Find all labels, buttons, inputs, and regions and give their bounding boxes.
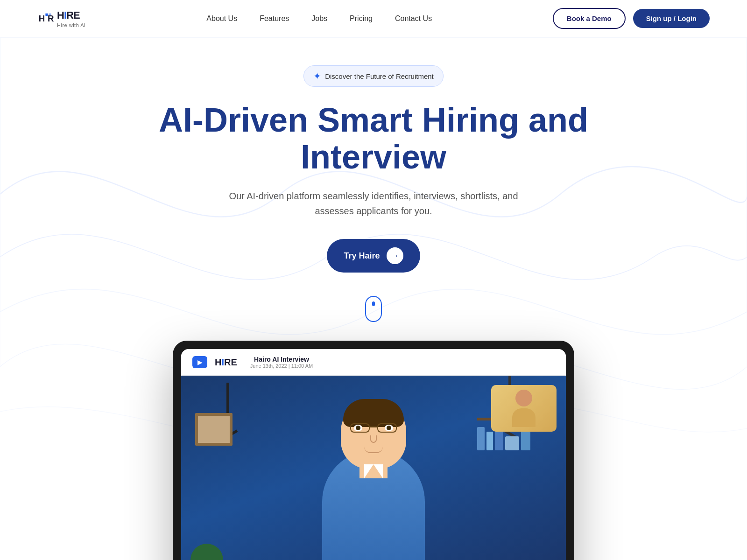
ai-glasses-bridge xyxy=(370,427,377,427)
nav-link-pricing[interactable]: Pricing xyxy=(350,14,373,22)
nav-link-features[interactable]: Features xyxy=(260,14,289,22)
hero-title: AI-Driven Smart Hiring and Interview xyxy=(140,102,607,175)
tablet-logo: HIRE xyxy=(215,357,237,368)
nav-item-features[interactable]: Features xyxy=(260,14,289,23)
logo-tagline: Hire with AI xyxy=(57,22,86,28)
ai-nose xyxy=(370,435,377,443)
tablet-outer: ▶ HIRE Hairo AI Interview June 13th, 202… xyxy=(173,341,574,560)
navbar: H RE HIRE Hire with AI About Us Features… xyxy=(0,0,747,37)
svg-text:H: H xyxy=(39,14,45,23)
ai-head xyxy=(341,399,406,469)
nav-item-pricing[interactable]: Pricing xyxy=(350,14,373,23)
hero-subtitle: Our AI-driven platform seamlessly identi… xyxy=(210,189,537,218)
hero-section: ✦ Discover the Future of Recruitment AI-… xyxy=(0,37,747,560)
video-area xyxy=(181,376,566,560)
book-demo-button[interactable]: Book a Demo xyxy=(553,8,626,29)
picture-frame xyxy=(195,413,233,446)
logo: H RE HIRE Hire with AI xyxy=(37,9,86,28)
interview-info: Hairo AI Interview June 13th, 2022 | 11:… xyxy=(250,356,313,369)
logo-main-text: HIRE xyxy=(57,9,80,21)
logo-svg: H RE xyxy=(37,10,54,27)
ai-collar xyxy=(355,464,392,478)
ai-collar-right xyxy=(364,464,383,478)
badge-text: Discover the Future of Recruitment xyxy=(325,72,434,80)
nav-item-contact[interactable]: Contact Us xyxy=(395,14,432,23)
scroll-mouse xyxy=(365,296,382,322)
nav-link-about[interactable]: About Us xyxy=(206,14,237,22)
svg-text:RE: RE xyxy=(48,14,54,23)
scroll-indicator xyxy=(37,296,710,322)
lamp-left xyxy=(218,383,237,432)
ai-hair xyxy=(343,399,404,427)
nav-links: About Us Features Jobs Pricing Contact U… xyxy=(206,14,432,23)
interview-title: Hairo AI Interview xyxy=(250,356,313,363)
arrow-right-icon: → xyxy=(387,247,403,264)
pip-video xyxy=(491,385,557,432)
interview-date: June 13th, 2022 | 11:00 AM xyxy=(250,363,313,369)
scroll-dot xyxy=(372,301,375,306)
nav-item-jobs[interactable]: Jobs xyxy=(311,14,327,23)
camera-icon: ▶ xyxy=(192,356,207,368)
ai-glasses-right xyxy=(377,423,397,433)
pip-person xyxy=(512,390,536,427)
nav-link-contact[interactable]: Contact Us xyxy=(395,14,432,22)
try-haire-label: Try Haire xyxy=(344,251,380,261)
plant xyxy=(190,544,223,560)
signup-login-button[interactable]: Sign up / Login xyxy=(633,9,710,28)
logo-text-container: HIRE Hire with AI xyxy=(57,9,86,28)
sparkle-icon: ✦ xyxy=(313,70,321,82)
ai-avatar-container xyxy=(313,404,434,560)
ai-mouth xyxy=(364,447,383,453)
pip-head xyxy=(515,390,532,406)
tablet-mockup: ▶ HIRE Hairo AI Interview June 13th, 202… xyxy=(173,341,574,560)
ai-glasses-left xyxy=(350,423,370,433)
try-haire-button[interactable]: Try Haire → xyxy=(327,239,420,273)
pip-body xyxy=(512,408,536,427)
tablet-topbar: ▶ HIRE Hairo AI Interview June 13th, 202… xyxy=(181,349,566,376)
tablet-screen: ▶ HIRE Hairo AI Interview June 13th, 202… xyxy=(181,349,566,560)
nav-actions: Book a Demo Sign up / Login xyxy=(553,8,710,29)
discover-badge: ✦ Discover the Future of Recruitment xyxy=(303,65,444,87)
nav-item-about[interactable]: About Us xyxy=(206,14,237,23)
nav-link-jobs[interactable]: Jobs xyxy=(311,14,327,22)
hero-content: ✦ Discover the Future of Recruitment AI-… xyxy=(37,65,710,560)
